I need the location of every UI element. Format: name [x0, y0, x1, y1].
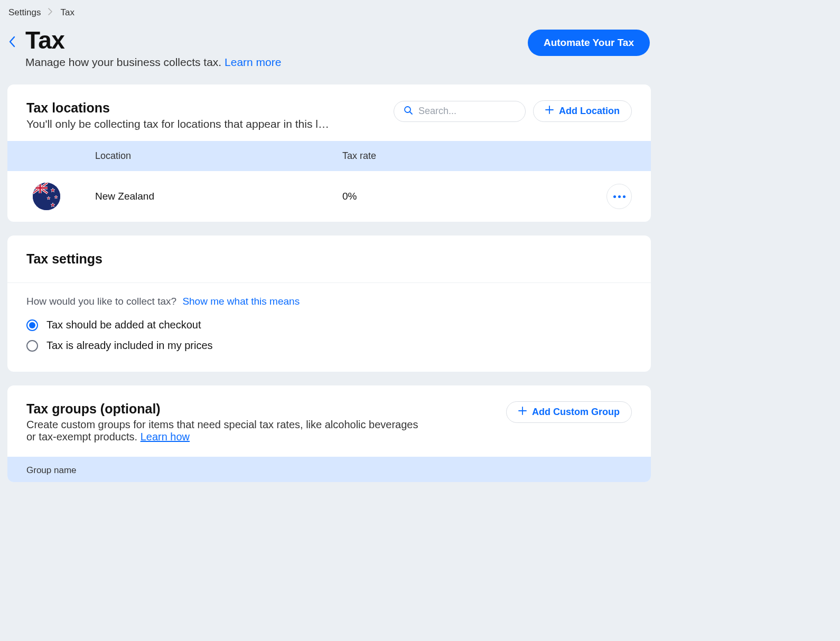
add-custom-group-button[interactable]: Add Custom Group: [506, 401, 632, 423]
row-actions-button[interactable]: [606, 184, 632, 209]
more-icon: [613, 195, 626, 198]
show-me-link[interactable]: Show me what this means: [182, 296, 300, 307]
tax-locations-title: Tax locations: [26, 100, 383, 116]
locations-table-header: Location Tax rate: [7, 141, 651, 171]
page-title: Tax: [25, 27, 281, 53]
tax-locations-card: Tax locations You'll only be collecting …: [7, 84, 651, 222]
row-tax-rate: 0%: [342, 191, 590, 202]
chevron-right-icon: [48, 7, 53, 18]
radio-label: Tax is already included in my prices: [46, 340, 213, 352]
flag-icon-nz: [33, 183, 60, 210]
learn-more-link[interactable]: Learn more: [225, 56, 281, 68]
tax-settings-title: Tax settings: [26, 251, 632, 267]
plus-icon: [545, 106, 554, 117]
svg-point-0: [405, 107, 410, 112]
breadcrumb-tax[interactable]: Tax: [60, 7, 74, 18]
radio-icon-unchecked: [26, 340, 38, 352]
tax-locations-subtitle: You'll only be collecting tax for locati…: [26, 118, 383, 130]
tax-groups-card: Tax groups (optional) Create custom grou…: [7, 385, 651, 482]
search-input[interactable]: [418, 106, 508, 117]
settings-question: How would you like to collect tax? Show …: [26, 296, 632, 307]
radio-option-included-in-prices[interactable]: Tax is already included in my prices: [26, 335, 632, 356]
search-input-wrapper[interactable]: [394, 101, 526, 122]
groups-table-header: Group name: [7, 457, 651, 482]
table-row: New Zealand 0%: [7, 171, 651, 222]
breadcrumb-settings[interactable]: Settings: [8, 7, 41, 18]
column-location: Location: [95, 150, 342, 162]
svg-rect-9: [40, 183, 41, 193]
learn-how-link[interactable]: Learn how: [141, 431, 190, 442]
row-location-name: New Zealand: [95, 191, 342, 202]
add-location-button[interactable]: Add Location: [533, 100, 632, 122]
tax-settings-card: Tax settings How would you like to colle…: [7, 235, 651, 372]
tax-groups-title: Tax groups (optional): [26, 401, 496, 417]
page-subtitle: Manage how your business collects tax. L…: [25, 56, 281, 69]
breadcrumb: Settings Tax: [0, 0, 658, 23]
radio-label: Tax should be added at checkout: [46, 319, 201, 331]
automate-tax-button[interactable]: Automate Your Tax: [528, 30, 650, 56]
plus-icon: [518, 407, 527, 418]
back-button[interactable]: [8, 36, 16, 69]
search-icon: [404, 106, 413, 117]
column-tax-rate: Tax rate: [342, 150, 590, 162]
radio-icon-checked: [26, 319, 38, 331]
radio-option-added-at-checkout[interactable]: Tax should be added at checkout: [26, 315, 632, 335]
tax-groups-subtitle: Create custom groups for items that need…: [26, 419, 428, 443]
column-group-name: Group name: [26, 465, 77, 475]
svg-line-1: [410, 112, 412, 114]
